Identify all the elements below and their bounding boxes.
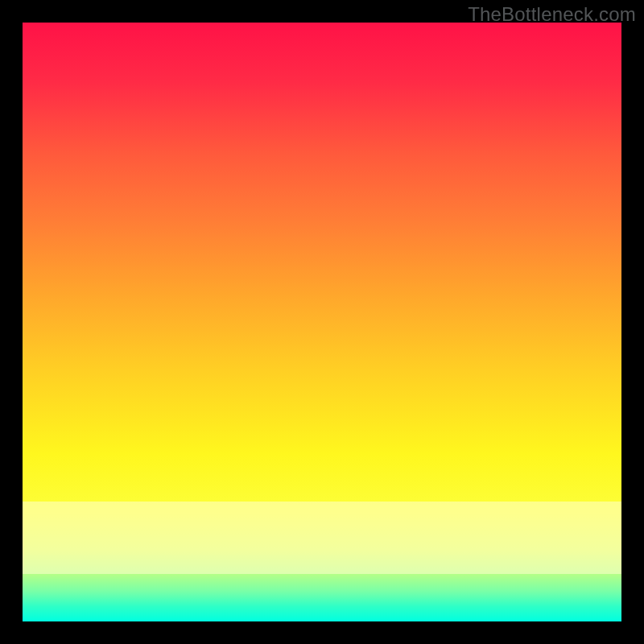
chart-plot-area [23, 23, 621, 621]
chart-highlight-band [23, 502, 621, 574]
